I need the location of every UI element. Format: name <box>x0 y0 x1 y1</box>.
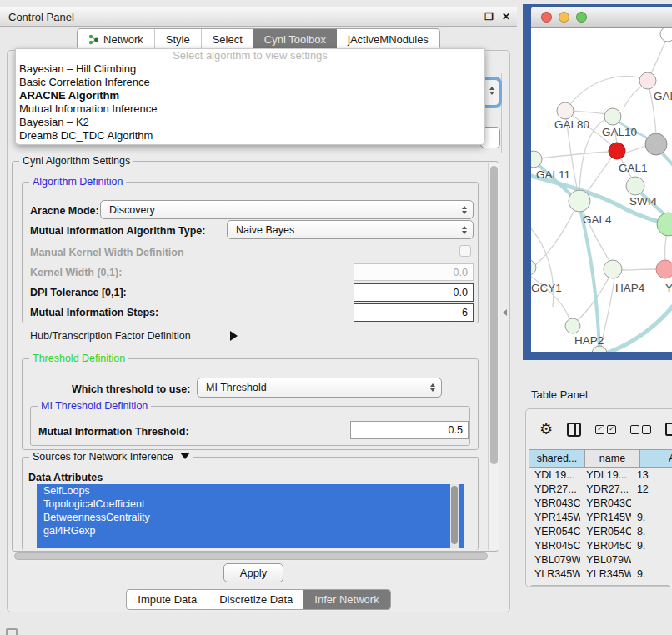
attribute-item[interactable]: SelfLoops <box>37 484 464 498</box>
network-view-window: GALGAL80GAL10GAL1GAL11SWI4GAL4GCY1HAP4YH… <box>523 4 672 360</box>
network-node[interactable] <box>657 212 672 236</box>
which-threshold-value: MI Threshold <box>206 382 267 393</box>
tab-impute-data[interactable]: Impute Data <box>127 590 208 609</box>
which-threshold-combobox[interactable]: MI Threshold <box>197 378 442 398</box>
gear-icon[interactable]: ⚙ <box>539 422 553 437</box>
algorithm-option[interactable]: Basic Correlation Inference <box>16 76 484 89</box>
mi-type-value: Naive Bayes <box>236 224 294 236</box>
aracne-mode-combobox[interactable]: Discovery <box>100 200 474 219</box>
table-row[interactable]: YBR045CYBR045C9. <box>529 538 672 552</box>
mi-type-combobox[interactable]: Naive Bayes <box>227 220 474 239</box>
table-row[interactable]: YBR043CYBR043C <box>529 496 672 510</box>
select-none-icon[interactable] <box>630 425 651 434</box>
table-row[interactable]: YER054CYER054C8. <box>529 524 672 538</box>
table-cell: 13 <box>631 469 672 481</box>
split-view-icon[interactable] <box>567 422 581 437</box>
minimize-button[interactable] <box>559 12 569 22</box>
algorithm-option[interactable]: Mutual Information Inference <box>16 102 484 116</box>
column-header-a[interactable]: A <box>640 449 672 468</box>
algorithm-option[interactable]: ARACNE Algorithm <box>16 89 484 102</box>
network-node-label: GAL <box>654 90 672 102</box>
network-node[interactable] <box>639 72 656 89</box>
table-row[interactable]: YDR27...YDR27...12 <box>529 482 672 496</box>
splitter-collapse-icon[interactable] <box>503 309 507 316</box>
tab-style[interactable]: Style <box>154 29 201 49</box>
control-panel-titlebar: Control Panel ❒ ✕ <box>0 7 517 27</box>
settings-hscrollbar-track[interactable] <box>13 552 490 561</box>
attributes-scrollbar-track[interactable] <box>450 484 459 548</box>
table-cell: YBR043C <box>580 498 631 509</box>
table-row[interactable]: YPR145WYPR145W9. <box>529 510 672 524</box>
network-edge <box>624 146 646 153</box>
network-node[interactable] <box>604 260 622 278</box>
network-node[interactable] <box>645 133 667 155</box>
zoom-button[interactable] <box>576 12 587 22</box>
mi-threshold-field[interactable]: 0.5 <box>350 421 469 439</box>
hub-expand-arrow-icon[interactable] <box>230 331 238 341</box>
network-node[interactable] <box>569 190 590 212</box>
data-attributes-list[interactable]: SelfLoopsTopologicalCoefficientBetweenne… <box>37 484 464 548</box>
settings-scrollbar-track[interactable] <box>488 162 499 550</box>
network-node[interactable] <box>660 28 672 42</box>
network-node[interactable] <box>604 108 621 125</box>
restore-panel-icon[interactable] <box>6 628 18 635</box>
tab-discretize-data[interactable]: Discretize Data <box>208 590 303 609</box>
apply-button-label: Apply <box>240 567 268 579</box>
attribute-item[interactable]: TopologicalCoefficient <box>37 498 464 511</box>
tab-network[interactable]: Network <box>78 29 154 49</box>
mi-threshold-group-title: MI Threshold Definition <box>38 400 151 412</box>
settings-hscrollbar-thumb[interactable] <box>14 552 488 560</box>
manual-kernel-label: Manual Kernel Width Definition <box>30 247 184 258</box>
manual-kernel-checkbox[interactable] <box>459 245 471 257</box>
attribute-item[interactable]: BetweennessCentrality <box>37 511 464 524</box>
tab-infer-network[interactable]: Infer Network <box>303 590 389 609</box>
column-header-name[interactable]: name <box>585 449 640 468</box>
dpi-tolerance-field[interactable]: 0.0 <box>354 283 474 302</box>
network-node[interactable] <box>609 142 625 159</box>
network-node[interactable] <box>626 177 644 195</box>
apply-button[interactable]: Apply <box>223 563 283 582</box>
table-row[interactable]: YDL19...YDL19...13 <box>529 468 672 482</box>
network-canvas[interactable]: GALGAL80GAL10GAL1GAL11SWI4GAL4GCY1HAP4YH… <box>531 28 672 352</box>
network-node[interactable] <box>531 260 536 275</box>
network-edge <box>586 157 612 193</box>
table-hscrollbar-track[interactable] <box>529 584 672 588</box>
network-node[interactable] <box>565 318 580 333</box>
algorithm-option[interactable]: Dream8 DC_TDC Algorithm <box>16 129 484 142</box>
table-hscrollbar-thumb[interactable] <box>529 585 671 588</box>
attributes-scrollbar-thumb[interactable] <box>451 486 458 544</box>
network-edge-strong <box>579 206 599 352</box>
sources-collapse-arrow-icon[interactable] <box>180 452 190 459</box>
control-panel-tabbar: NetworkStyleSelectCyni ToolboxjActiveMNo… <box>0 28 517 50</box>
attribute-item[interactable]: gal4RGexp <box>37 524 464 538</box>
tab-jactivemnodules[interactable]: jActiveMNodules <box>337 29 439 49</box>
file-icon[interactable] <box>665 422 672 436</box>
algorithm-option[interactable]: Bayesian – K2 <box>16 116 484 129</box>
table-cell: YLR345W <box>580 568 631 580</box>
network-node-label: GAL11 <box>536 168 570 181</box>
algorithm-option[interactable]: Bayesian – Hill Climbing <box>16 62 484 76</box>
table-cell: YPR145W <box>580 512 631 523</box>
network-graph[interactable]: GALGAL80GAL10GAL1GAL11SWI4GAL4GCY1HAP4YH… <box>531 28 672 352</box>
mi-steps-value: 6 <box>462 307 468 318</box>
table-row[interactable]: YBL079WYBL079W <box>529 552 672 567</box>
algorithm-definition-title: Algorithm Definition <box>29 176 126 188</box>
tab-select[interactable]: Select <box>201 29 253 49</box>
table-row[interactable]: YLR345WYLR345W9. <box>529 567 672 581</box>
network-node[interactable] <box>592 346 607 352</box>
table-panel: ⚙ ✓✓ shared...nameA YDL19...YDL19...13YD… <box>525 408 672 588</box>
column-header-shared[interactable]: shared... <box>529 449 585 468</box>
network-node-label: GAL4 <box>583 213 612 226</box>
network-node[interactable] <box>557 102 574 119</box>
network-node[interactable] <box>656 260 672 278</box>
mi-steps-field[interactable]: 6 <box>354 303 474 322</box>
close-button[interactable] <box>541 12 552 22</box>
select-all-icon[interactable]: ✓✓ <box>595 425 616 434</box>
close-icon[interactable]: ✕ <box>498 11 517 22</box>
settings-scrollbar-thumb[interactable] <box>490 166 498 464</box>
data-attributes-label: Data Attributes <box>28 472 103 483</box>
tab-cyni-toolbox[interactable]: Cyni Toolbox <box>253 29 337 49</box>
network-node-label: HAP2 <box>574 334 604 347</box>
float-window-icon[interactable]: ❒ <box>480 11 498 22</box>
control-panel-title: Control Panel <box>0 11 480 23</box>
